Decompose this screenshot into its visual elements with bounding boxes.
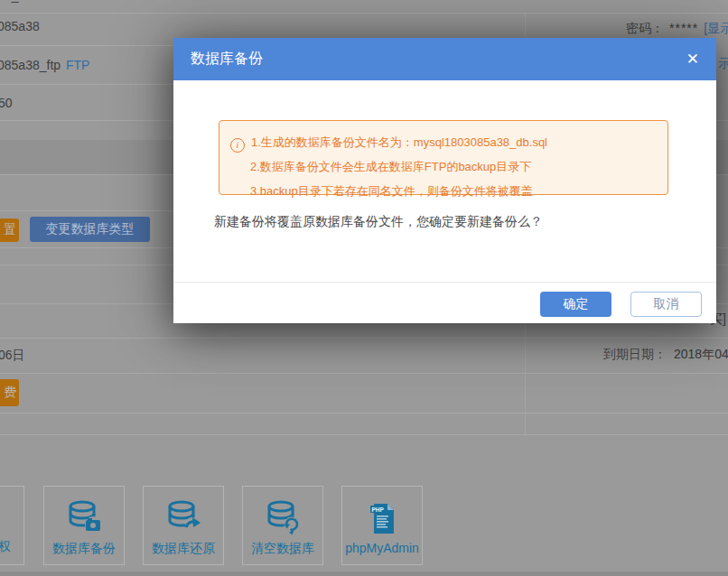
password-label: 密码： — [626, 21, 664, 35]
notice-line-1: i1.生成的数据库备份文件名为：mysql1803085a38_db.sql — [230, 130, 657, 154]
bottom-strip — [0, 571, 728, 576]
change-db-type-button[interactable]: 变更数据库类型 — [30, 217, 150, 242]
password-row: 密码：*****[显示密 — [626, 21, 728, 37]
footer-divider — [173, 282, 716, 283]
expire-date-label: 到期日期： — [603, 347, 667, 361]
clipped-row-fragment: 8_ — [5, 0, 19, 3]
dialog-header: 数据库备份 ✕ — [173, 38, 716, 80]
open-date-fragment: 06日 — [0, 348, 25, 364]
expire-date-row: 到期日期：2018年04月 — [603, 347, 728, 363]
cancel-button-label: 取消 — [654, 296, 679, 312]
svg-text:PHP: PHP — [372, 506, 385, 513]
tile-clear-database[interactable]: 清空数据库 — [242, 486, 323, 565]
change-db-type-label: 变更数据库类型 — [46, 221, 135, 237]
database-restore-icon — [164, 499, 202, 538]
backup-notice-box: i1.生成的数据库备份文件名为：mysql1803085a38_db.sql 2… — [219, 120, 668, 195]
reset-button-label: 置 — [4, 222, 16, 238]
show-password-link-fragment[interactable]: 示密 — [718, 56, 728, 72]
row-divider — [0, 373, 728, 374]
notice-line-1-text: 1.生成的数据库备份文件名为：mysql1803085a38_db.sql — [251, 135, 547, 149]
confirm-question-text: 新建备份将覆盖原数据库备份文件，您确定要新建备份么？ — [214, 214, 543, 230]
reset-button-clipped[interactable]: 置 — [0, 218, 19, 242]
quota-value: 50 — [0, 96, 13, 110]
expire-date-value: 2018年04月 — [674, 347, 728, 361]
tile-database-backup-label: 数据库备份 — [44, 541, 124, 557]
row-divider — [0, 413, 728, 413]
database-name-value: 085a38 — [0, 19, 40, 33]
row-divider — [0, 13, 728, 14]
database-clear-icon — [264, 499, 302, 538]
ok-button-label: 确定 — [564, 296, 589, 312]
dialog-title: 数据库备份 — [191, 50, 263, 69]
tile-database-restore[interactable]: 数据库还原 — [143, 486, 224, 565]
renew-button-clipped[interactable]: 费 — [0, 379, 19, 406]
password-mask: ***** — [669, 21, 698, 35]
info-icon: i — [230, 138, 245, 153]
row-divider — [0, 338, 728, 339]
database-backup-dialog: 数据库备份 ✕ i1.生成的数据库备份文件名为：mysql1803085a38_… — [173, 38, 716, 323]
tile-database-backup[interactable]: 数据库备份 — [43, 486, 125, 565]
database-backup-icon — [65, 499, 103, 538]
tile-phpmyadmin-label: phpMyAdmin — [342, 541, 422, 555]
row-divider — [0, 434, 728, 435]
notice-line-2: 2.数据库备份文件会生成在数据库FTP的backup目录下 — [230, 154, 657, 179]
show-password-link[interactable]: [显示密 — [704, 21, 728, 35]
tile-permissions-label: 权 — [0, 539, 11, 555]
tile-clear-database-label: 清空数据库 — [243, 541, 322, 557]
tile-permissions-clipped[interactable]: 权 — [0, 486, 24, 565]
ok-button[interactable]: 确定 — [540, 292, 611, 317]
notice-line-3: 3.backup目录下若存在同名文件，则备份文件将被覆盖 — [230, 179, 657, 203]
cancel-button[interactable]: 取消 — [630, 292, 702, 317]
ftp-account-value: 085a38_ftp — [0, 58, 61, 72]
phpmyadmin-file-icon: PHP — [369, 503, 396, 538]
tile-database-restore-label: 数据库还原 — [144, 541, 223, 557]
tile-phpmyadmin[interactable]: PHP phpMyAdmin — [341, 486, 423, 565]
renew-button-label: 费 — [4, 385, 16, 401]
ftp-link[interactable]: FTP — [66, 58, 89, 72]
close-icon[interactable]: ✕ — [686, 51, 699, 67]
